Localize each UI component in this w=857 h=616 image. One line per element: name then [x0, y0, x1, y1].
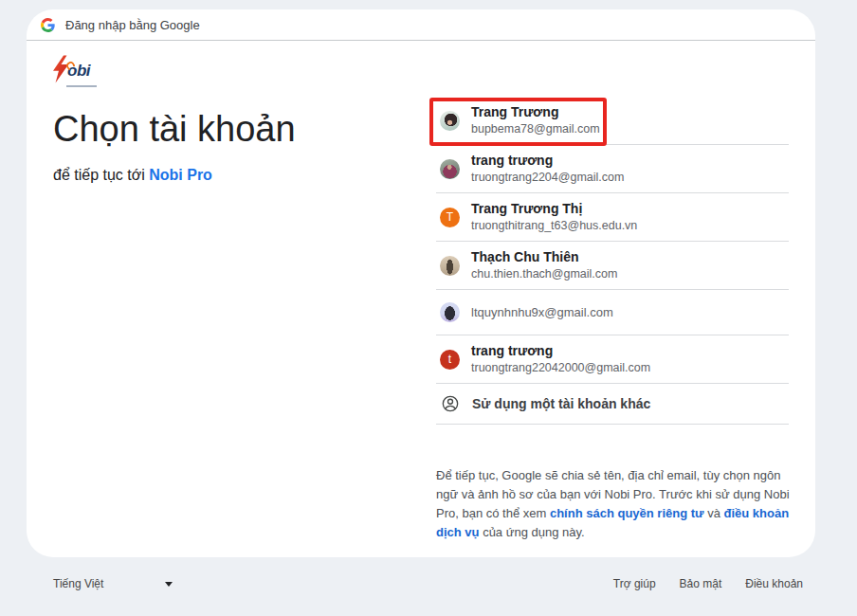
google-logo-icon — [41, 18, 55, 32]
nobi-logo: obi — [53, 55, 119, 95]
account-email: bupbema78@gmail.com — [471, 122, 600, 136]
terms-link[interactable]: Điều khoản — [745, 577, 803, 590]
account-name: trang trương — [471, 153, 624, 168]
avatar — [440, 256, 460, 276]
footer-links: Trợ giúp Bảo mật Điều khoản — [613, 572, 803, 595]
account-email: chu.thien.thach@gmail.com — [471, 267, 617, 281]
avatar — [440, 159, 460, 179]
page-title: Chọn tài khoản — [53, 107, 296, 151]
header-title: Đăng nhập bằng Google — [65, 18, 200, 32]
account-row[interactable]: Thạch Chu Thiên chu.thien.thach@gmail.co… — [436, 242, 789, 290]
app-link[interactable]: Nobi Pro — [149, 167, 212, 183]
account-row[interactable]: trang trương truongtrang2204@gmail.com — [436, 145, 789, 193]
signin-card: Đăng nhập bằng Google obi Chọn tài khoản… — [27, 9, 815, 557]
account-row[interactable]: ltquynhnhu9x@gmail.com — [436, 290, 789, 335]
consent-disclaimer: Để tiếp tục, Google sẽ chia sẻ tên, địa … — [436, 466, 794, 542]
account-row[interactable]: T Trang Trương Thị truongthitrang_t63@hu… — [436, 193, 789, 242]
account-row[interactable]: Trang Trương bupbema78@gmail.com — [436, 97, 789, 145]
avatar — [440, 302, 460, 322]
privacy-link[interactable]: Bảo mật — [680, 577, 722, 590]
use-another-account-row[interactable]: Sử dụng một tài khoản khác — [436, 384, 789, 425]
page: Đăng nhập bằng Google obi Chọn tài khoản… — [0, 0, 857, 616]
avatar: T — [440, 208, 460, 227]
account-row[interactable]: t trang trương truongtrang22042000@gmail… — [436, 335, 789, 384]
person-circle-icon — [441, 394, 460, 413]
account-email: ltquynhnhu9x@gmail.com — [471, 304, 613, 320]
chevron-down-icon — [165, 582, 173, 587]
help-link[interactable]: Trợ giúp — [613, 577, 656, 590]
language-label: Tiếng Việt — [53, 577, 103, 590]
avatar: t — [440, 350, 460, 370]
language-selector[interactable]: Tiếng Việt — [53, 572, 173, 595]
account-list: Trang Trương bupbema78@gmail.com trang t… — [436, 97, 789, 425]
disclaimer-text: và — [704, 506, 724, 520]
account-name: Trang Trương — [471, 104, 600, 119]
logo-tagline — [66, 85, 97, 87]
account-name: Trang Trương Thị — [471, 201, 637, 216]
disclaimer-text: của ứng dụng này. — [480, 525, 585, 539]
use-another-account-label: Sử dụng một tài khoản khác — [472, 396, 650, 411]
account-email: truongtrang2204@gmail.com — [471, 171, 624, 185]
page-footer: Tiếng Việt Trợ giúp Bảo mật Điều khoản — [0, 572, 857, 597]
avatar — [440, 111, 460, 131]
account-name: trang trương — [471, 343, 650, 358]
privacy-policy-link[interactable]: chính sách quyền riêng tư — [550, 506, 704, 520]
account-name: Thạch Chu Thiên — [471, 249, 617, 264]
card-header: Đăng nhập bằng Google — [27, 9, 815, 41]
subtitle: để tiếp tục tới Nobi Pro — [53, 167, 212, 184]
subtitle-text: để tiếp tục tới — [53, 167, 149, 183]
account-email: truongthitrang_t63@hus.edu.vn — [471, 219, 637, 233]
account-email: truongtrang22042000@gmail.com — [471, 361, 650, 375]
